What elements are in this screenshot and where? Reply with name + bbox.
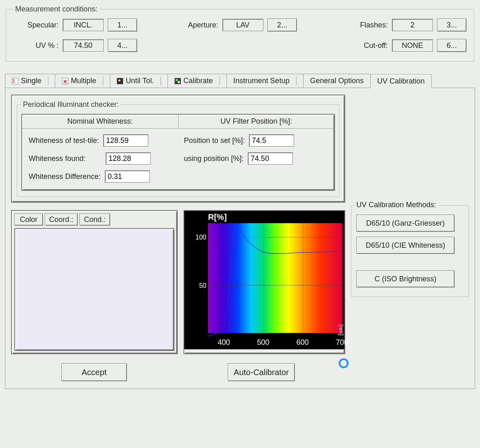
measurement-conditions-title: Measurement conditions: <box>14 5 99 14</box>
position-using-input[interactable] <box>248 152 293 165</box>
specular-label: Specular: <box>14 21 59 29</box>
tab-single-label: Single <box>21 77 41 85</box>
spectrum-chart-pane: R[%] 50 100 [nm] <box>183 210 345 354</box>
chart-x-unit: [nm] <box>338 324 344 335</box>
method-iso-brightness[interactable]: C (ISO Brightness) <box>356 270 455 287</box>
tab-single[interactable]: 1 Single <box>5 74 55 88</box>
whiteness-tile-input[interactable] <box>103 134 148 147</box>
color-swatch <box>14 228 174 351</box>
illuminant-checker-panel: Periodical Illuminant checker: Nominal W… <box>11 95 345 203</box>
uv-calibration-panel: Periodical Illuminant checker: Nominal W… <box>5 88 475 389</box>
uv-methods-group: UV Calibration Methods: D65/10 (Ganz-Gri… <box>351 205 469 297</box>
mini-tab-color[interactable]: Color <box>14 213 43 226</box>
aperture-value: LAV <box>222 19 263 31</box>
cutoff-value: NONE <box>392 39 433 52</box>
position-set-label: Position to set [%]: <box>184 136 245 145</box>
tab-general-options[interactable]: General Options <box>303 74 371 88</box>
checker-header-row: Nominal Whiteness: UV Filter Position [%… <box>22 115 334 129</box>
uv-methods-title: UV Calibration Methods: <box>355 201 438 209</box>
chart-xtick-500: 500 <box>257 338 269 347</box>
tab-instrument-setup-label: Instrument Setup <box>233 77 290 85</box>
main-tabstrip: 1 Single Multiple Until Tol. Calibrate I… <box>5 74 475 88</box>
flashes-label: Flashes: <box>343 21 388 29</box>
until-tol-icon <box>117 78 123 84</box>
tab-until-tol-label: Until Tol. <box>126 77 154 85</box>
calibrate-icon <box>174 78 181 84</box>
position-set-input[interactable] <box>249 134 294 147</box>
flashes-value: 2 <box>392 19 433 31</box>
specular-edit-button[interactable]: 1... <box>108 18 137 32</box>
aperture-edit-button[interactable]: 2... <box>267 18 297 32</box>
tab-until-tol[interactable]: Until Tol. <box>110 74 168 88</box>
whiteness-diff-input[interactable] <box>105 170 150 183</box>
method-ganz-griesser[interactable]: D65/10 (Ganz-Griesser) <box>356 215 455 232</box>
cutoff-edit-button[interactable]: 6... <box>437 39 466 52</box>
chart-xtick-600: 600 <box>297 338 309 347</box>
chart-plot-area <box>208 223 342 333</box>
auto-calibrator-button[interactable]: Auto-Calibrator <box>228 363 295 381</box>
chart-ytick-100: 100 <box>195 234 206 241</box>
tab-multiple-label: Multiple <box>71 77 96 85</box>
tab-uv-calibration-label: UV Calibration <box>377 77 425 86</box>
multiple-icon <box>62 78 68 84</box>
cutoff-label: Cut-off: <box>343 41 388 50</box>
tab-uv-calibration[interactable]: UV Calibration <box>370 74 432 88</box>
chart-y-title: R[%] <box>208 213 227 222</box>
aperture-label: Aperture: <box>173 21 218 29</box>
tab-instrument-setup[interactable]: Instrument Setup <box>226 74 303 88</box>
position-using-label: using position [%]: <box>184 154 244 163</box>
nominal-whiteness-header: Nominal Whiteness: <box>22 115 179 128</box>
whiteness-diff-label: Whiteness Difference: <box>29 172 101 181</box>
whiteness-found-label: Whiteness found: <box>29 154 102 163</box>
chart-xtick-400: 400 <box>218 338 230 347</box>
tab-general-options-label: General Options <box>310 77 364 85</box>
tab-calibrate-label: Calibrate <box>183 77 213 85</box>
chart-xtick-700: 700 <box>336 338 348 347</box>
chart-ytick-50: 50 <box>199 282 206 290</box>
uv-percent-edit-button[interactable]: 4... <box>108 39 137 52</box>
specular-value: INCL. <box>63 19 104 31</box>
flashes-edit-button[interactable]: 3... <box>437 18 466 32</box>
uv-percent-label: UV % : <box>14 41 59 50</box>
tab-calibrate[interactable]: Calibrate <box>168 74 227 88</box>
whiteness-found-input[interactable] <box>106 152 151 165</box>
whiteness-tile-label: Whiteness of test-tile: <box>29 136 99 145</box>
measurement-conditions-group: Measurement conditions: Specular: INCL. … <box>6 5 474 61</box>
mini-tab-coord[interactable]: Coord.: <box>45 213 78 226</box>
accept-button[interactable]: Accept <box>61 363 127 381</box>
cursor-ring-icon <box>339 358 349 368</box>
method-cie-whiteness[interactable]: D65/10 (CIE Whiteness) <box>356 237 455 254</box>
uv-percent-value: 74.50 <box>63 39 104 52</box>
color-preview-pane: Color Coord.: Cond.: <box>11 210 178 354</box>
tab-multiple[interactable]: Multiple <box>55 74 110 88</box>
single-icon: 1 <box>12 78 18 84</box>
reflectance-chart: R[%] 50 100 [nm] <box>184 211 344 349</box>
illuminant-checker-title: Periodical Illuminant checker: <box>21 100 120 109</box>
mini-tab-cond[interactable]: Cond.: <box>79 213 110 226</box>
uv-filter-position-header: UV Filter Position [%]: <box>179 115 335 128</box>
